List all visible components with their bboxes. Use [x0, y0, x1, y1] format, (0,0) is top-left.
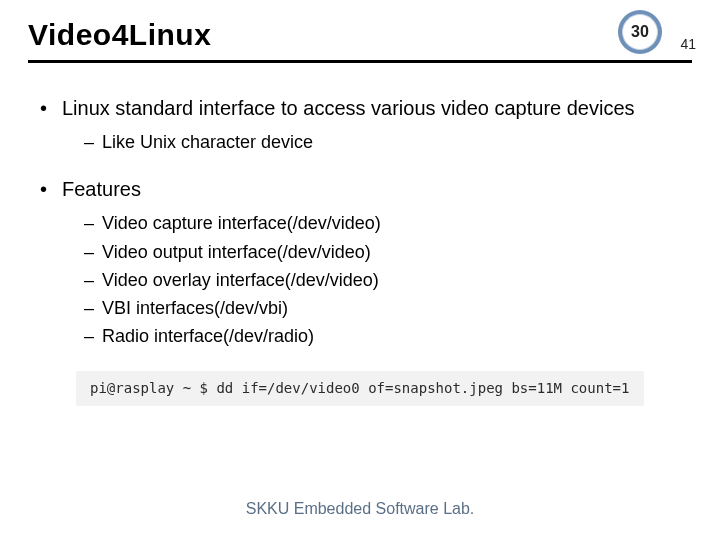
list-item: Like Unix character device [84, 130, 680, 154]
current-page-number: 30 [622, 14, 658, 50]
slide: Video4Linux 30 41 Linux standard interfa… [0, 0, 720, 540]
terminal-command-text: pi@rasplay ~ $ dd if=/dev/video0 of=snap… [90, 380, 629, 396]
list-item: Video capture interface(/dev/video) [84, 211, 680, 235]
bullet-text: Features [62, 178, 141, 200]
bullet-list: Linux standard interface to access vario… [40, 95, 680, 349]
list-item: Video output interface(/dev/video) [84, 240, 680, 264]
terminal-command-box: pi@rasplay ~ $ dd if=/dev/video0 of=snap… [76, 371, 644, 406]
sub-list: Video capture interface(/dev/video) Vide… [62, 211, 680, 348]
slide-title: Video4Linux [28, 18, 692, 52]
footer-text: SKKU Embedded Software Lab. [246, 500, 475, 517]
list-item: Radio interface(/dev/radio) [84, 324, 680, 348]
title-divider [28, 60, 692, 63]
sub-bullet-text: Video capture interface(/dev/video) [102, 213, 381, 233]
total-page-number: 41 [680, 36, 696, 52]
bullet-text: Linux standard interface to access vario… [62, 97, 635, 119]
sub-bullet-text: Video overlay interface(/dev/video) [102, 270, 379, 290]
sub-list: Like Unix character device [62, 130, 680, 154]
list-item: VBI interfaces(/dev/vbi) [84, 296, 680, 320]
sub-bullet-text: Radio interface(/dev/radio) [102, 326, 314, 346]
list-item: Video overlay interface(/dev/video) [84, 268, 680, 292]
slide-header: Video4Linux 30 41 [0, 0, 720, 63]
slide-footer: SKKU Embedded Software Lab. [0, 500, 720, 518]
list-item: Features Video capture interface(/dev/vi… [40, 176, 680, 348]
sub-bullet-text: VBI interfaces(/dev/vbi) [102, 298, 288, 318]
sub-bullet-text: Like Unix character device [102, 132, 313, 152]
sub-bullet-text: Video output interface(/dev/video) [102, 242, 371, 262]
slide-content: Linux standard interface to access vario… [0, 71, 720, 406]
list-item: Linux standard interface to access vario… [40, 95, 680, 154]
page-number-badge: 30 [618, 10, 662, 54]
